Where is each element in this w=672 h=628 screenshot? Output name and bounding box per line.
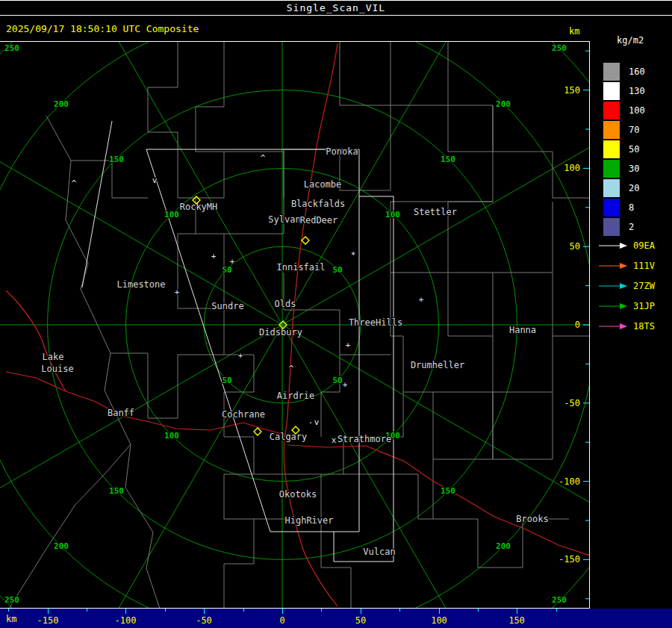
x-axis-tick — [439, 609, 440, 614]
x-axis-tick — [282, 609, 283, 614]
scale-value: 160 — [629, 66, 645, 77]
ring-distance-label: 50 — [332, 265, 342, 275]
scale-entry: 50 — [603, 140, 645, 159]
town-symbol: x — [332, 435, 337, 445]
city-label: Louise — [41, 364, 73, 374]
scale-entry: 8 — [603, 198, 645, 217]
site-arrow-icon — [599, 302, 627, 310]
scale-value: 50 — [629, 144, 639, 155]
scale-entry: 160 — [603, 62, 645, 81]
scale-entry: 2 — [603, 217, 645, 237]
town-symbol: ^ — [261, 153, 266, 163]
color-swatch — [603, 82, 620, 100]
town-symbol: + — [238, 351, 243, 361]
x-axis-label: 100 — [431, 615, 447, 626]
x-axis-label: 150 — [508, 615, 525, 626]
ring-distance-label: 50 — [332, 376, 342, 385]
town-symbol: v — [152, 175, 158, 185]
site-arrow-icon — [599, 282, 627, 290]
scale-value: 8 — [629, 202, 634, 213]
vil-color-scale: 1601301007050302082 — [603, 62, 645, 237]
town-symbol: + — [230, 257, 235, 267]
x-axis-label: -150 — [37, 615, 59, 626]
scale-entry: 130 — [603, 81, 645, 101]
city-label: RedDeer — [300, 215, 338, 226]
city-label: Blackfalds — [291, 199, 345, 209]
info-bar: 2025/09/17 18:50:10 UTC Composite km — [0, 16, 590, 41]
city-label: Hanna — [509, 325, 536, 335]
city-label: Sundre — [211, 301, 243, 311]
city-label: Brooks — [516, 514, 548, 524]
window-title: Single_Scan_VIL — [287, 2, 385, 13]
site-id-label: 111V — [633, 261, 655, 271]
site-id-label: 18TS — [633, 321, 655, 332]
x-axis-tick — [243, 609, 244, 612]
city-label: ThreeHills — [349, 317, 402, 328]
x-axis-tick — [517, 609, 517, 614]
scale-value: 20 — [629, 183, 639, 193]
x-axis-label: 50 — [355, 615, 366, 626]
x-axis-tick — [478, 609, 479, 612]
radar-site-entry: 18TS — [599, 316, 655, 336]
ring-distance-label: 150 — [109, 486, 124, 496]
y-axis-label: -100 — [559, 476, 580, 487]
city-label: Innisfail — [276, 262, 325, 273]
city-label: Olds — [275, 299, 296, 309]
x-axis-tick — [361, 609, 361, 614]
ring-distance-label: 200 — [54, 99, 69, 109]
x-axis-unit-label: km — [6, 614, 16, 624]
radar-site-entry: 111V — [599, 255, 655, 276]
city-label: Stettler — [414, 207, 457, 217]
city-label: Okotoks — [279, 489, 317, 500]
city-label: Ponoka — [326, 146, 358, 157]
town-symbol: + — [211, 252, 217, 261]
radar-site-entry: 27ZW — [599, 276, 655, 296]
city-label: Limestone — [116, 279, 165, 290]
city-label: Sylvan — [268, 214, 300, 225]
radar-site-entry: 31JP — [599, 296, 655, 316]
y-axis-label: 50 — [570, 241, 580, 252]
x-axis-tick — [399, 609, 400, 612]
city-label: Drumheller — [411, 360, 464, 370]
radar-site-marker — [302, 237, 309, 244]
color-swatch — [603, 63, 620, 81]
ring-distance-label: 250 — [4, 43, 19, 53]
scale-value: 100 — [629, 105, 645, 116]
city-label: Strathmore — [337, 434, 391, 444]
scale-entry: 20 — [603, 178, 645, 198]
site-id-label: 27ZW — [633, 281, 655, 291]
x-axis-tick — [125, 609, 126, 614]
city-label: Didsbury — [259, 327, 302, 338]
town-symbol: + — [346, 341, 351, 350]
town-symbol: + — [343, 380, 348, 390]
y-axis-label: -50 — [564, 398, 580, 408]
ring-distance-label: 100 — [164, 210, 179, 220]
town-symbol: · — [308, 418, 314, 428]
ring-distance-label: 250 — [552, 595, 567, 605]
site-arrow-icon — [599, 242, 627, 249]
color-swatch — [603, 179, 620, 197]
x-axis-tick — [87, 609, 87, 612]
ring-distance-label: 150 — [441, 486, 455, 496]
ring-distance-label: 100 — [164, 431, 179, 441]
city-label: Banff — [108, 408, 134, 418]
town-symbol: + — [419, 295, 424, 305]
map-canvas[interactable]: 5050505010010010010015015015015020020020… — [0, 41, 590, 609]
ring-distance-label: 200 — [496, 541, 511, 551]
color-swatch — [603, 199, 620, 217]
scale-value: 2 — [629, 222, 634, 232]
ring-distance-label: 200 — [496, 99, 511, 109]
site-id-label: 31JP — [633, 301, 655, 311]
site-arrow-icon — [599, 262, 627, 270]
ring-distance-label: 150 — [109, 155, 124, 164]
x-axis-tick — [204, 609, 205, 614]
ring-distance-label: 150 — [441, 155, 455, 164]
y-axis-label: 0 — [575, 320, 580, 330]
y-axis-label: 100 — [564, 163, 580, 173]
scale-entry: 100 — [603, 101, 645, 120]
scale-entry: 70 — [603, 120, 645, 140]
ring-distance-label: 100 — [385, 210, 400, 220]
radar-site-legend: 09EA111V27ZW31JP18TS — [599, 235, 655, 336]
color-swatch — [603, 218, 620, 236]
range-spoke — [0, 116, 282, 325]
